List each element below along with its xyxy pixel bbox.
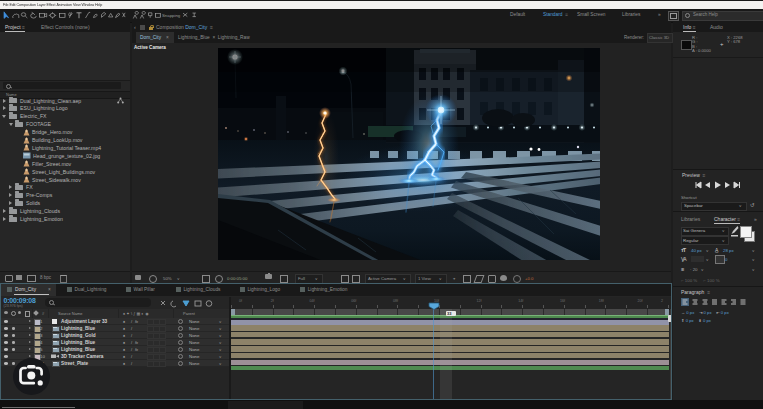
- svg-text:Snapping: Snapping: [162, 13, 181, 18]
